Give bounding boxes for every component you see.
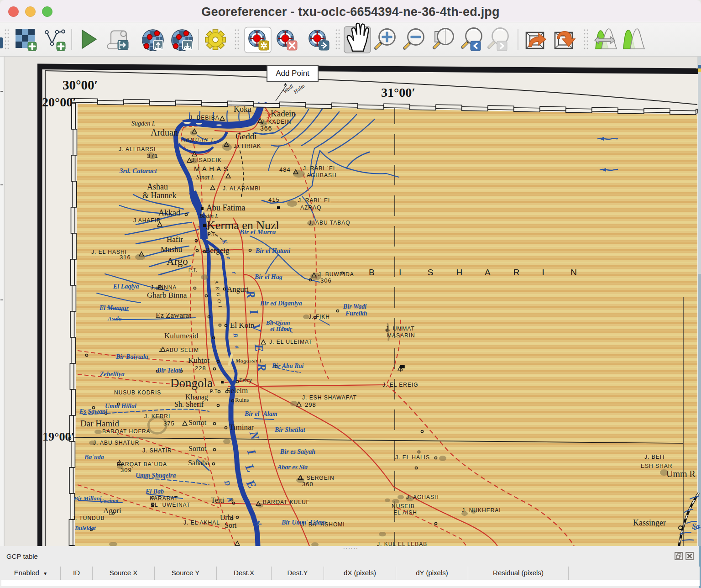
svg-text:J. TUNDUB: J. TUNDUB [72, 515, 105, 521]
svg-text:484: 484 [279, 166, 291, 173]
svg-text:J. KUL EL LEBAB: J. KUL EL LEBAB [377, 541, 427, 546]
svg-text:J. EL HALIS: J. EL HALIS [395, 454, 430, 461]
svg-text:A: A [485, 268, 491, 277]
svg-text:I: I [399, 268, 402, 277]
svg-text:J. SADEIK: J. SADEIK [192, 157, 222, 163]
svg-text:AGHBASH: AGHBASH [307, 172, 337, 178]
svg-text:J. KADEIN: J. KADEIN [261, 119, 291, 125]
svg-text:J. DEBIBA: J. DEBIBA [189, 115, 220, 121]
svg-text:366: 366 [260, 125, 272, 132]
svg-text:30°00′: 30°00′ [63, 78, 98, 92]
svg-text:Mushu: Mushu [161, 245, 183, 254]
svg-text:371: 371 [147, 152, 158, 159]
svg-text:Bir Ummˈ Udam: Bir Ummˈ Udam [281, 519, 326, 526]
svg-text:P.T.: P.T. [208, 232, 217, 237]
svg-text:El Bab: El Bab [145, 488, 164, 495]
svg-text:J. KERRI: J. KERRI [144, 413, 170, 420]
svg-text:Bergeig: Bergeig [205, 246, 230, 255]
svg-text:Dar Hamid: Dar Hamid [80, 419, 119, 428]
svg-text:J. RABI ˈEL: J. RABI ˈEL [303, 165, 337, 172]
svg-text:J. BINNA: J. BINNA [151, 284, 177, 291]
svg-text:Abu Fatima: Abu Fatima [206, 203, 246, 212]
svg-text:AZRAQ: AZRAQ [300, 205, 321, 211]
svg-text:Magassir I.: Magassir I. [235, 357, 263, 364]
svg-text:Buleidat: Buleidat [74, 525, 96, 531]
svg-text:Bir Baiyuda: Bir Baiyuda [115, 353, 148, 360]
svg-text:298: 298 [305, 401, 316, 408]
svg-text:Bir Telati: Bir Telati [157, 367, 182, 374]
svg-text:J. NUKHERAI: J. NUKHERAI [462, 507, 501, 514]
svg-text:Kassinger: Kassinger [633, 518, 666, 527]
svg-text:Bir el Hatani: Bir el Hatani [255, 247, 290, 254]
svg-text:228: 228 [195, 365, 206, 372]
svg-text:306: 306 [320, 277, 332, 284]
svg-text:Sortot: Sortot [188, 445, 207, 452]
svg-text:Bir el Hag: Bir el Hag [254, 273, 282, 280]
svg-text:J. BUWEIDA: J. BUWEIDA [318, 271, 354, 278]
svg-text:Bir Millani: Bir Millani [73, 495, 102, 502]
svg-text:Bir el Murra: Bir el Murra [239, 228, 276, 236]
svg-text:Ferry: Ferry [239, 377, 252, 383]
svg-text:Ez Zawarat: Ez Zawarat [156, 311, 191, 320]
svg-text:S: S [428, 268, 434, 277]
svg-text:Abar es Sia: Abar es Sia [277, 464, 308, 471]
svg-text:J. RABIˈ EL: J. RABIˈ EL [298, 197, 332, 204]
svg-text:309: 309 [120, 467, 132, 473]
svg-text:B: B [369, 268, 375, 277]
svg-text:El Laqiya: El Laqiya [113, 283, 139, 290]
svg-text:J. BEIT: J. BEIT [644, 454, 665, 460]
svg-text:Gharb Binna: Gharb Binna [147, 291, 187, 299]
svg-text:31°00′: 31°00′ [381, 85, 415, 100]
svg-text:Es Sawani: Es Sawani [79, 408, 107, 415]
svg-text:J. EL EREIG: J. EL EREIG [382, 382, 419, 388]
svg-text:R: R [513, 268, 520, 277]
svg-text:Argo: Argo [167, 256, 188, 267]
svg-text:Baˈuda: Baˈuda [84, 454, 104, 461]
svg-text:P.T.: P.T. [188, 268, 198, 273]
svg-text:E: E [252, 343, 266, 352]
svg-text:Kadein: Kadein [271, 109, 296, 118]
svg-text:Asala: Asala [107, 315, 122, 322]
svg-text:Fureikh: Fureikh [345, 310, 367, 317]
svg-text:EL AISH: EL AISH [393, 509, 417, 516]
svg-text:Zehelliya: Zehelliya [99, 371, 125, 378]
svg-text:M A H A S: M A H A S [194, 165, 229, 173]
svg-text:J. ALI BARSI: J. ALI BARSI [119, 146, 156, 152]
svg-text:Bir el ˈAlam: Bir el ˈAlam [244, 410, 277, 417]
svg-text:Koka: Koka [234, 105, 251, 114]
svg-text:Sori: Sori [225, 521, 237, 529]
svg-text:Sahaba: Sahaba [188, 459, 209, 467]
svg-text:J AHAFIR: J AHAFIR [133, 217, 161, 224]
svg-text:el Hamir: el Hamir [270, 326, 293, 332]
svg-text:Umm Hillal: Umm Hillal [105, 403, 136, 410]
svg-text:J. EL ULEIMAT: J. EL ULEIMAT [269, 339, 312, 345]
svg-text:Seleim: Seleim [226, 386, 248, 395]
svg-text:Urbi: Urbi [220, 514, 234, 521]
svg-text:Hafir: Hafir [167, 235, 183, 244]
svg-text:Umm Shuqeira: Umm Shuqeira [136, 472, 176, 479]
svg-text:Bir Shetilat: Bir Shetilat [274, 426, 306, 433]
svg-text:J. SERGEIN: J. SERGEIN [299, 475, 335, 481]
svg-text:P.T.: P.T. [210, 389, 219, 394]
svg-text:3rd. Cataract: 3rd. Cataract [119, 167, 157, 174]
svg-text:J. UMMAT: J. UMMAT [386, 326, 415, 332]
svg-text:Ruins: Ruins [235, 396, 249, 403]
svg-text:MASARIN: MASARIN [387, 332, 415, 339]
svg-text:Bir Wadi: Bir Wadi [343, 303, 366, 310]
svg-text:20°00′: 20°00′ [42, 95, 76, 109]
svg-text:& Hannek: & Hannek [142, 191, 176, 200]
svg-text:375: 375 [163, 420, 175, 427]
svg-text:BARQAT KULUF: BARQAT KULUF [263, 499, 310, 505]
svg-text:Bir es Saiyah: Bir es Saiyah [280, 448, 315, 455]
svg-text:Bir ed Diganiya: Bir ed Diganiya [260, 300, 302, 307]
svg-text:N: N [570, 268, 577, 277]
svg-text:Sh. Sherif: Sh. Sherif [174, 400, 204, 408]
svg-text:Timinar: Timinar [229, 423, 254, 431]
svg-text:J. ABU SHATUR: J. ABU SHATUR [93, 440, 139, 446]
svg-text:R: R [255, 362, 268, 372]
svg-text:BARQAT HOFRA: BARQAT HOFRA [102, 428, 151, 435]
svg-text:J. TIRIAK: J. TIRIAK [234, 143, 261, 149]
svg-text:J. ESH SHAWAFAT: J. ESH SHAWAFAT [302, 394, 357, 401]
svg-text:Agori: Agori [103, 506, 121, 515]
svg-text:360: 360 [302, 481, 314, 488]
